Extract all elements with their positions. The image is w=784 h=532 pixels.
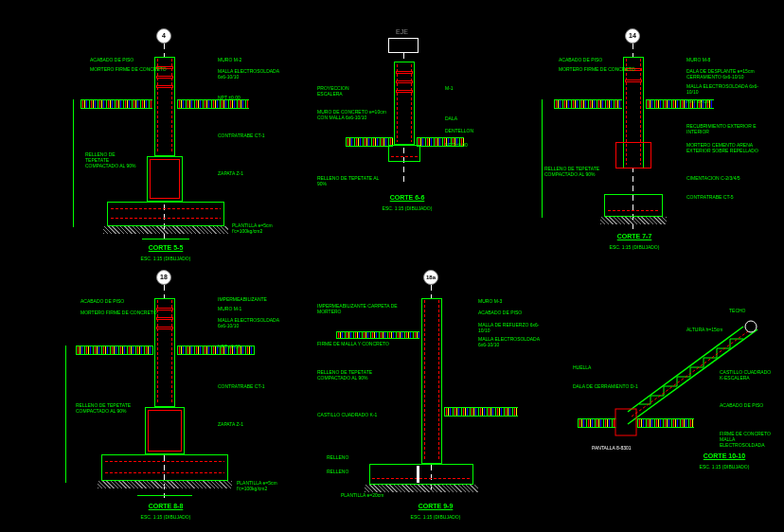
footing xyxy=(101,454,228,481)
corte-5-5: 4 ACABADO DE PISO MORTERO FIRME DE CONCR… xyxy=(62,28,294,256)
label-relleno: RELLENO DE TEPETATE AL 90% xyxy=(317,175,383,186)
label-zapata: ZAPATA Z-1 xyxy=(218,170,265,176)
section-subtitle: ESC. 1:15 (DIBUJADO) xyxy=(128,514,204,520)
label-dent: DENTELLON xyxy=(445,128,473,133)
dala xyxy=(615,142,651,168)
label-ct: CONTRATRABE CT-1 xyxy=(218,133,275,138)
axis-marker: 18 xyxy=(156,270,171,285)
slab-hatch xyxy=(80,99,152,109)
corte-9-9: 18a IMPERMEABILIZANTE CARPETA DE MORTERO… xyxy=(308,270,554,521)
section-subtitle: ESC. 1:15 (DIBUJADO) xyxy=(398,514,473,520)
corte-6-6: EJE PROYECCION ESCALERA MURO DE CONCRETO… xyxy=(312,28,511,218)
label-npt: NPT ±0.00 xyxy=(218,95,241,100)
axis-marker: 14 xyxy=(625,28,640,44)
dentellon xyxy=(388,145,420,162)
section-subtitle: ESC. 1:15 (DIBUJADO) xyxy=(128,256,204,261)
section-subtitle: ESC. 1:15 (DIBUJADO) xyxy=(369,205,445,211)
label-npt: NPT ±0.00 xyxy=(445,142,468,148)
section-title: CORTE 6-6 xyxy=(369,194,445,201)
axis-marker: EJE xyxy=(396,28,408,35)
label-proy: PROYECCION ESCALERA xyxy=(317,85,365,97)
label-malla: MALLA ELECTROSOLDADA 6x6-10/10 xyxy=(218,68,284,80)
axis-box xyxy=(388,38,419,53)
footing xyxy=(107,202,224,226)
section-subtitle: ESC. 1:15 (DIBUJADO) xyxy=(682,464,767,470)
label-muro-conc: MURO DE CONCRETO e=10cm CON MALLA 6x6-10… xyxy=(317,109,388,120)
section-title: CORTE 9-9 xyxy=(398,503,473,509)
label-m1: M-1 xyxy=(445,85,454,91)
svg-point-4 xyxy=(745,321,757,332)
label-muro: MURO M-2 xyxy=(218,57,241,62)
section-title: CORTE 10-10 xyxy=(682,452,767,459)
footing xyxy=(369,464,473,485)
corte-8-8: 18 ACABADO DE PISO MORTERO FIRME DE CONC… xyxy=(52,270,294,521)
section-title: CORTE 5-5 xyxy=(128,244,204,251)
section-subtitle: ESC. 1:15 (DIBUJADO) xyxy=(597,244,672,250)
label-dala: DALA xyxy=(445,115,457,121)
pantalla-label: PANTALLA 8-8301 xyxy=(592,445,632,451)
axis-marker: 18a xyxy=(423,270,438,285)
corte-10-10: TECHO DALA DE CERRAMIENTO D-1 HUELLA ALT… xyxy=(573,303,776,492)
label-acabado: ACABADO DE PISO xyxy=(90,57,134,62)
plantilla xyxy=(103,226,228,234)
corte-7-7: 14 ACABADO DE PISO MORTERO FIRME DE CONC… xyxy=(530,28,767,256)
svg-rect-3 xyxy=(615,409,636,435)
section-title: CORTE 8-8 xyxy=(128,503,204,509)
axis-marker: 4 xyxy=(156,28,171,44)
cimentacion xyxy=(604,194,663,217)
label-relleno: RELLENO DE TEPETATE COMPACTADO AL 90% xyxy=(85,151,137,168)
section-title: CORTE 7-7 xyxy=(597,233,672,239)
label-plantilla: PLANTILLA e=5cm f'c=100kg/cm2 xyxy=(232,222,289,234)
label-mortero: MORTERO FIRME DE CONCRETO xyxy=(90,66,167,72)
